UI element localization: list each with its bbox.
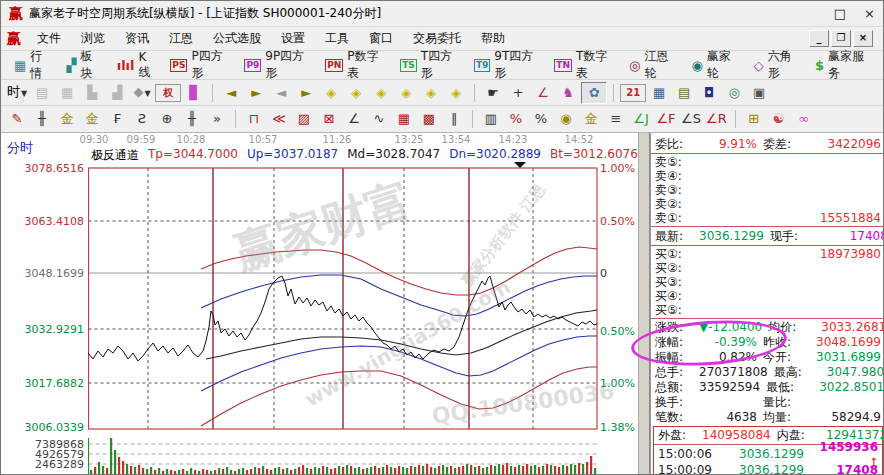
expand-button[interactable]: ◈ — [419, 83, 443, 103]
levels-button[interactable]: ≡ — [604, 109, 628, 129]
volume-bar — [278, 467, 280, 475]
toolbar-sectors-button[interactable]: ▞板块 — [59, 46, 107, 84]
price-chart[interactable] — [88, 137, 598, 475]
volume-bar — [362, 469, 364, 475]
shrink-button[interactable]: ◈ — [444, 83, 468, 103]
last-page-button[interactable]: ► — [244, 83, 268, 103]
candle-style-button[interactable]: ◆▼ — [130, 82, 154, 104]
color-chart-button[interactable]: ▊ — [182, 83, 206, 103]
square-grid-button[interactable]: ▩ — [417, 109, 441, 129]
mdi-restore-button[interactable]: ❐ — [831, 30, 851, 47]
gold-angle-button[interactable]: 金 — [579, 109, 603, 129]
fibonacci-button[interactable]: ₣ — [105, 109, 129, 129]
angle-tool-button[interactable]: ∠ — [531, 83, 555, 103]
volume-bar — [378, 468, 380, 475]
matrix-button[interactable]: ⊞ — [742, 109, 766, 129]
toolbar-9p-square-button[interactable]: P99P四方形 — [237, 46, 316, 84]
toolbar-9p-square-label: 9P四方形 — [265, 48, 309, 82]
menu-6[interactable]: 工具 — [315, 29, 359, 47]
toolbar-kline-button[interactable]: ılılK线 — [110, 48, 162, 83]
gold-circle-button[interactable]: ◉ — [554, 109, 578, 129]
bars-3-button[interactable]: ▙ — [80, 83, 104, 103]
quotes-icon: ▦ — [14, 58, 26, 73]
calculator-button[interactable]: ▦ — [647, 83, 671, 103]
percent-line-button[interactable]: % — [504, 109, 528, 129]
gann-grid-1-button[interactable]: ╫ — [30, 109, 54, 129]
fan-lines-button[interactable]: ≪ — [267, 109, 291, 129]
panel-value: 3422096 — [807, 138, 881, 151]
toolbar-hexagon-button[interactable]: ◇六角形 — [747, 46, 806, 84]
gann-box-button[interactable]: ▨ — [292, 109, 316, 129]
toolbar-t-square-button[interactable]: TST四方形 — [393, 46, 465, 84]
vertical-splitter[interactable] — [638, 133, 650, 475]
gann-grid-2-button[interactable]: ╫ — [180, 109, 204, 129]
toolbar-quotes-button[interactable]: ▦行情 — [7, 46, 57, 84]
menu-8[interactable]: 交易委托 — [403, 29, 471, 47]
percent-table-button[interactable]: ▥ — [479, 109, 503, 129]
toolbar-9t-square-button[interactable]: T99T四方形 — [467, 46, 545, 84]
crosshair-tool-button[interactable]: + — [506, 83, 530, 103]
smart-analysis-button[interactable]: ✿ — [581, 82, 607, 104]
network-button[interactable]: ◎ — [722, 83, 746, 103]
box-tool-button[interactable]: ⊓ — [242, 109, 266, 129]
wave-tool-button[interactable]: ∿ — [367, 109, 391, 129]
zoom-left-button[interactable]: ◈ — [319, 83, 343, 103]
layout-1-button[interactable]: ▤ — [30, 83, 54, 103]
panel-label: 买①: — [655, 248, 699, 261]
menu-3[interactable]: 江恩 — [159, 29, 203, 47]
mdi-close-button[interactable]: × — [853, 30, 873, 47]
percent-zone-button[interactable]: % — [529, 109, 553, 129]
volume-bar — [374, 466, 376, 475]
toolbar-p-square-button[interactable]: PSP四方形 — [163, 46, 235, 84]
toolbar-gann-wheel-button[interactable]: ◎江恩轮 — [622, 46, 682, 84]
volume-bar — [414, 467, 416, 475]
gann-square-button[interactable]: ⊠ — [317, 109, 341, 129]
rights-adjust-button[interactable]: 权 — [155, 84, 181, 102]
trend-angle-button[interactable]: ∠ — [342, 109, 366, 129]
spiral-button[interactable]: Ƨ — [130, 109, 154, 129]
infinity-button[interactable]: ∞ — [792, 109, 816, 129]
taichi-button[interactable]: ☯ — [767, 109, 791, 129]
s-angle-button[interactable]: ∠S — [679, 109, 703, 129]
gold-ratio-1-button[interactable]: 金 — [55, 109, 79, 129]
next-button[interactable]: ► — [294, 83, 318, 103]
zoom-in-button[interactable]: ◈ — [369, 83, 393, 103]
save-button[interactable]: ◘ — [697, 83, 721, 103]
menu-0[interactable]: 文件 — [27, 29, 71, 47]
menu-2[interactable]: 资讯 — [115, 29, 159, 47]
prev-button[interactable]: ◄ — [269, 83, 293, 103]
toolbar-p-number-table-button[interactable]: PNP数字表 — [318, 46, 391, 84]
gann-tool-button[interactable]: ♞ — [556, 83, 580, 103]
j-angle-button[interactable]: ∠J — [629, 109, 653, 129]
close-button[interactable]: × — [864, 6, 875, 21]
pencil-button[interactable]: ✎ — [5, 109, 29, 129]
bars-9-button[interactable]: ▟ — [105, 83, 129, 103]
first-page-button[interactable]: ◄ — [219, 83, 243, 103]
tab-minute-chart[interactable]: 分时 — [7, 139, 33, 157]
zoom-out-button[interactable]: ◈ — [394, 83, 418, 103]
r-angle-button[interactable]: ∠R — [704, 109, 729, 129]
gold-ratio-2-button[interactable]: 金 — [80, 109, 104, 129]
notes-button[interactable]: ▤ — [672, 83, 696, 103]
parallel-lines-button[interactable]: ∥ — [442, 109, 466, 129]
menu-5[interactable]: 设置 — [271, 29, 315, 47]
maximize-button[interactable]: □ — [834, 6, 846, 21]
period-selector-button[interactable]: 时▼ — [5, 82, 29, 104]
hand-tool-button[interactable]: ☛ — [481, 83, 505, 103]
grid-tool-button[interactable]: ▦ — [392, 109, 416, 129]
calendar-button[interactable]: 21 — [620, 84, 646, 102]
toolbar-winner-wheel-button[interactable]: ◉赢家轮 — [684, 46, 744, 84]
layout-2-button[interactable]: ▦ — [55, 83, 79, 103]
menu-4[interactable]: 公式选股 — [203, 29, 271, 47]
gann-circle-button[interactable]: ⊕ — [155, 109, 179, 129]
menu-7[interactable]: 窗口 — [359, 29, 403, 47]
print-button[interactable]: ▣ — [747, 83, 771, 103]
menu-1[interactable]: 浏览 — [71, 29, 115, 47]
menu-9[interactable]: 帮助 — [471, 29, 515, 47]
zoom-right-button[interactable]: ◈ — [344, 83, 368, 103]
more-tools-button[interactable]: » — [205, 109, 229, 129]
toolbar-t-number-table-button[interactable]: TNT数字表 — [547, 46, 620, 84]
mdi-minimize-button[interactable]: _ — [809, 30, 829, 47]
toolbar-winner-service-button[interactable]: $赢家服务 — [808, 46, 877, 84]
f-angle-button[interactable]: ∠F — [654, 109, 678, 129]
